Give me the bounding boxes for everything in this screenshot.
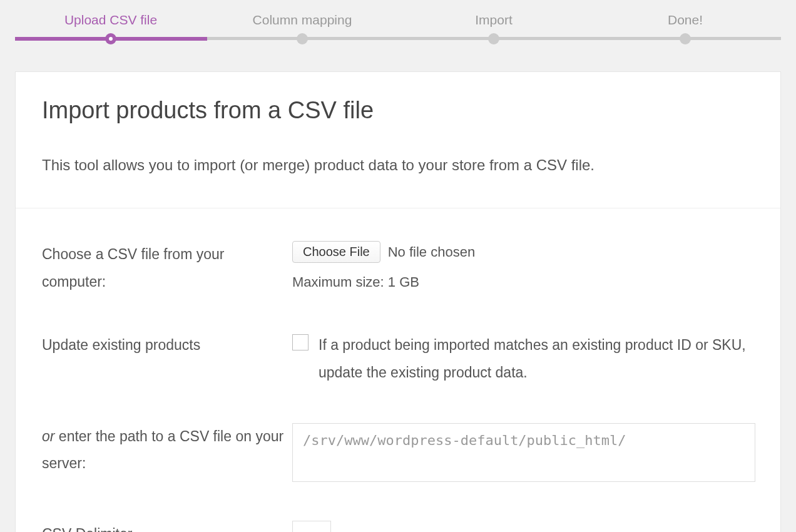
import-panel: Import products from a CSV file This too… [15,71,781,532]
step-upload[interactable]: Upload CSV file [15,13,207,28]
progress-dot-1 [105,33,116,44]
choose-file-label: Choose a CSV file from your computer: [42,241,292,295]
page-description: This tool allows you to import (or merge… [42,154,754,176]
choose-file-button[interactable]: Choose File [292,241,380,263]
update-existing-checkbox[interactable] [292,334,309,350]
file-input-row: Choose File No file chosen [292,241,754,263]
update-existing-label: Update existing products [42,332,292,359]
checkbox-row: If a product being imported matches an e… [292,332,754,386]
update-existing-description: If a product being imported matches an e… [319,332,754,386]
delimiter-control [292,521,754,532]
step-done: Done! [589,13,781,28]
page-title: Import products from a CSV file [42,97,754,124]
progress-steps: Upload CSV file Column mapping Import Do… [15,13,781,46]
or-prefix: or [42,428,54,444]
row-delimiter: CSV Delimiter [42,521,754,532]
progress-container: Upload CSV file Column mapping Import Do… [0,0,796,46]
step-import: Import [398,13,589,28]
progress-dot-2 [297,33,308,44]
choose-file-control: Choose File No file chosen Maximum size:… [292,241,754,290]
max-size-text: Maximum size: 1 GB [292,274,754,290]
server-path-input[interactable] [292,423,755,482]
row-server-path: or enter the path to a CSV file on your … [42,423,754,484]
server-path-control [292,423,755,484]
panel-header: Import products from a CSV file This too… [16,72,780,208]
row-update-existing: Update existing products If a product be… [42,332,754,386]
server-path-label-rest: enter the path to a CSV file on your ser… [42,428,283,472]
row-choose-file: Choose a CSV file from your computer: Ch… [42,241,754,295]
delimiter-label: CSV Delimiter [42,521,292,532]
step-column-mapping: Column mapping [207,13,398,28]
delimiter-input[interactable] [292,521,331,532]
form-body: Choose a CSV file from your computer: Ch… [16,208,780,532]
no-file-chosen-text: No file chosen [388,244,475,260]
progress-dot-3 [488,33,499,44]
server-path-label: or enter the path to a CSV file on your … [42,423,292,478]
progress-dot-4 [680,33,691,44]
update-existing-control: If a product being imported matches an e… [292,332,754,386]
